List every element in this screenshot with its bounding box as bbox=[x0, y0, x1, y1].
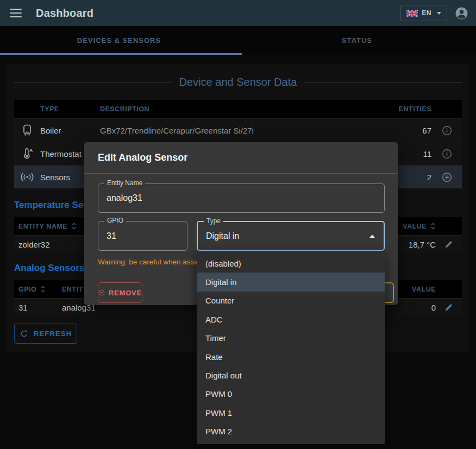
svg-text:A: A bbox=[29, 148, 33, 153]
tab-bar: DEVICES & SENSORS STATUS bbox=[0, 26, 476, 55]
type-select[interactable]: Type Digital in bbox=[197, 221, 385, 251]
menu-item-rate[interactable]: Rate bbox=[197, 347, 385, 366]
gpio-field[interactable]: GPIO 31 bbox=[98, 221, 187, 251]
type-dropdown-menu: (disabled) Digital in Counter ADC Timer … bbox=[197, 251, 385, 444]
sort-icon bbox=[40, 285, 46, 293]
table-row-boiler[interactable]: Boiler GBx72/Trendline/Cerapur/Greenstar… bbox=[14, 118, 462, 142]
col-gpio[interactable]: GPIO bbox=[14, 285, 62, 293]
col-type: TYPE bbox=[40, 105, 100, 113]
device-type: Boiler bbox=[40, 126, 100, 135]
menu-item-timer[interactable]: Timer bbox=[197, 329, 385, 347]
boiler-icon bbox=[14, 124, 40, 136]
app-bar: Dashboard EN bbox=[0, 0, 476, 26]
entity-name-field[interactable]: Entity Name analog31 bbox=[98, 184, 385, 213]
entity-name-label: Entity Name bbox=[104, 179, 145, 187]
edit-pencil-icon[interactable] bbox=[436, 240, 462, 249]
remove-circle-icon bbox=[98, 288, 105, 298]
uk-flag-icon bbox=[406, 10, 418, 17]
dialog-title: Edit Analog Sensor bbox=[84, 142, 398, 174]
active-tab-indicator bbox=[0, 53, 242, 55]
gpio-value: 31 bbox=[107, 231, 116, 241]
remove-label: REMOVE bbox=[109, 289, 142, 297]
sort-icon bbox=[430, 222, 436, 230]
menu-item-pwm1[interactable]: PWM 1 bbox=[197, 403, 385, 422]
info-icon[interactable] bbox=[431, 149, 462, 159]
edit-pencil-icon[interactable] bbox=[436, 303, 462, 312]
tab-status[interactable]: STATUS bbox=[238, 26, 476, 55]
sensors-icon bbox=[14, 172, 40, 182]
menu-icon[interactable] bbox=[10, 9, 22, 17]
page-title-row: Device and Sensor Data bbox=[14, 75, 462, 89]
remove-button[interactable]: REMOVE bbox=[98, 282, 142, 303]
menu-item-digital-out[interactable]: Digital out bbox=[197, 366, 385, 384]
chevron-down-icon bbox=[437, 12, 441, 15]
refresh-label: REFRESH bbox=[34, 330, 72, 338]
language-selector[interactable]: EN bbox=[400, 5, 447, 21]
gpio-number: 31 bbox=[14, 303, 62, 312]
info-icon[interactable] bbox=[431, 125, 462, 136]
menu-item-pwm0[interactable]: PWM 0 bbox=[197, 385, 385, 403]
entity-name-value: analog31 bbox=[107, 193, 142, 203]
menu-item-adc[interactable]: ADC bbox=[197, 310, 385, 328]
user-avatar-icon[interactable] bbox=[455, 7, 468, 20]
sort-icon bbox=[71, 222, 77, 230]
device-entities-count: 67 bbox=[350, 126, 431, 135]
menu-item-digital-in[interactable]: Digital in bbox=[197, 273, 385, 291]
page-title: Device and Sensor Data bbox=[179, 76, 297, 88]
device-table-header: TYPE DESCRIPTION ENTITIES bbox=[14, 100, 462, 118]
language-label: EN bbox=[422, 9, 431, 17]
app-title: Dashboard bbox=[36, 7, 93, 20]
refresh-icon bbox=[20, 329, 29, 338]
device-description: GBx72/Trendline/Cerapur/Greenstar Si/27i bbox=[100, 126, 350, 135]
menu-item-pwm2[interactable]: PWM 2 bbox=[197, 422, 385, 441]
screen: Dashboard EN DEVICES & SE bbox=[0, 0, 476, 449]
tab-devices-sensors[interactable]: DEVICES & SENSORS bbox=[0, 26, 238, 55]
menu-item-counter[interactable]: Counter bbox=[197, 292, 385, 310]
col-entities: ENTITIES bbox=[350, 105, 431, 113]
add-icon[interactable] bbox=[431, 172, 462, 182]
menu-item-disabled[interactable]: (disabled) bbox=[197, 254, 385, 273]
gpio-label: GPIO bbox=[104, 217, 126, 224]
warning-text: Warning: be careful when assig bbox=[98, 258, 200, 266]
analog-section-title: Analog Sensors bbox=[14, 263, 84, 274]
type-label: Type bbox=[204, 217, 223, 225]
refresh-button[interactable]: REFRESH bbox=[14, 324, 77, 344]
type-value: Digital in bbox=[206, 231, 239, 241]
thermostat-icon: A bbox=[14, 148, 40, 160]
col-description: DESCRIPTION bbox=[100, 105, 350, 113]
chevron-up-icon bbox=[369, 235, 375, 238]
